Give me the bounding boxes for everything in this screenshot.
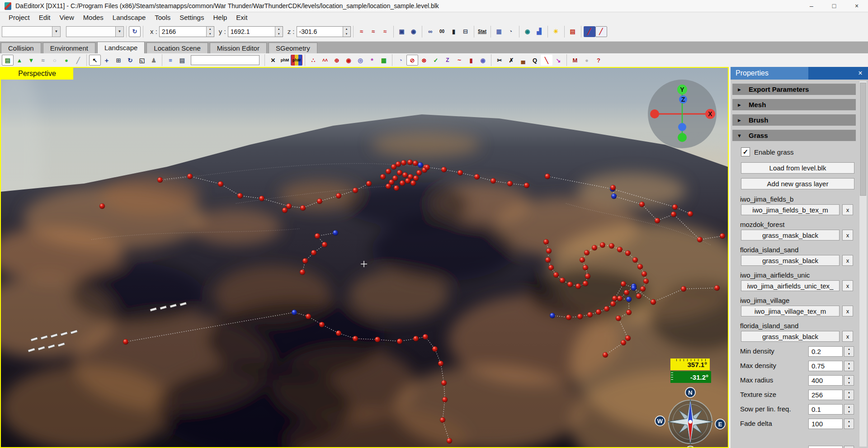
spline-point-red[interactable] [714,285,720,291]
spline-point-red[interactable] [386,184,391,189]
spline-point-red[interactable] [617,247,623,252]
spline-point-red[interactable] [616,316,621,321]
spline-point-red[interactable] [441,167,447,172]
hide-objects-icon[interactable]: ⊘ [406,55,418,66]
y-coord-field[interactable]: 1692.1 ▲▼ [228,26,283,37]
tab-mission-editor[interactable]: Mission Editor [210,42,267,53]
spline-point-red[interactable] [545,257,551,263]
water-drop-icon[interactable]: ○ [49,55,61,66]
grass-mask-button[interactable]: iwo_jima_airfields_unic_tex_ [741,280,840,291]
param-input-max-radius[interactable]: 400 [808,375,843,386]
spline-point-red[interactable] [402,172,408,178]
section-header-mesh[interactable]: ►Mesh [732,99,856,110]
spinner-up-icon[interactable]: ▲ [844,347,854,352]
spline-point-red[interactable] [311,250,316,255]
hydrant-icon[interactable]: ▮ [465,55,477,66]
spline-point-red[interactable] [553,272,559,278]
tab-collision[interactable]: Collision [1,42,41,53]
select-area-icon[interactable]: ▣ [396,26,408,37]
add-grass-layer-button[interactable]: Add new grass layer [741,178,854,189]
spline-point-red[interactable] [587,312,593,317]
spline-point-red[interactable] [442,397,448,402]
tab-landscape[interactable]: Landscape [97,42,145,53]
spline-point-red[interactable] [651,299,656,305]
close-button[interactable]: × [845,0,868,12]
spline-point-red[interactable] [566,315,571,320]
chevron-down-icon[interactable]: ▼ [115,27,123,37]
grass-mask-button[interactable]: grass_mask_black [741,230,840,241]
spline-point-red[interactable] [625,250,631,256]
tab-sgeometry[interactable]: SGeometry [269,42,317,53]
sphere-search-icon[interactable]: ◉ [343,55,354,66]
spline-point-red[interactable] [596,309,601,315]
spline-point-red[interactable] [625,335,631,341]
spline-point-red[interactable] [300,269,305,275]
validate-icon[interactable]: ✓ [430,55,442,66]
spline-point-red[interactable] [639,202,645,207]
spline-point-red[interactable] [474,174,480,179]
export-heightmap-icon[interactable]: ≈ [356,26,368,37]
screenshot-chart-icon[interactable]: ▟ [533,26,545,37]
remove-layer-button[interactable]: x [842,331,853,342]
spinner-down-icon[interactable]: ▼ [844,395,854,400]
properties-header[interactable]: Properties × [731,67,868,80]
spline-point-red[interactable] [543,239,549,245]
spline-point-red[interactable] [612,296,618,301]
spline-point-red[interactable] [413,160,418,166]
spline-point-red[interactable] [353,336,358,341]
spline-point-red[interactable] [440,417,445,423]
spline-point-red[interactable] [157,177,163,183]
menu-item-settings[interactable]: Settings [175,13,208,22]
export-colormap-icon[interactable]: ≈ [368,26,379,37]
spline-point-red[interactable] [626,310,632,315]
spline-point-red[interactable] [697,237,703,242]
remove-layer-button[interactable]: x [842,280,853,291]
spline-point-red[interactable] [688,211,693,217]
polyline-icon[interactable]: ΛΛ [319,55,331,66]
eye-direction-icon[interactable]: ◔ [505,26,517,37]
checkbox-checked-icon[interactable]: ✓ [741,147,750,156]
spline-point-red[interactable] [315,233,320,239]
axis-gizmo[interactable]: XYZ [648,80,717,148]
spline-point-red[interactable] [548,265,554,270]
menu-item-help[interactable]: Help [209,13,231,22]
spline-point-blue[interactable] [292,310,297,315]
spline-point-red[interactable] [394,185,399,191]
spinner-up-icon[interactable]: ▲ [844,376,854,381]
spline-point-red[interactable] [407,160,413,165]
spline-point-red[interactable] [366,181,372,186]
export-area-icon[interactable]: ▦ [378,55,390,66]
curve-point-icon[interactable]: ~ [453,55,465,66]
spline-point-red[interactable] [386,169,391,174]
spline-point-red[interactable] [397,170,402,175]
delete-marked-icon[interactable]: ⊗ [418,55,430,66]
spline-point-red[interactable] [259,196,264,201]
spline-point-red[interactable] [447,438,452,443]
spline-point-red[interactable] [397,339,402,344]
drop-objects-icon[interactable]: ♟ [148,55,160,66]
spline-point-red[interactable] [396,161,401,167]
param-spinner[interactable]: ▲▼ [844,390,854,400]
select-by-name-icon[interactable]: ≡ [165,55,176,66]
spline-point-red[interactable] [282,207,288,213]
spline-point-red[interactable] [319,322,325,327]
stat-icon[interactable]: Stat [476,26,488,37]
spline-point-red[interactable] [583,265,588,270]
spinner-down-icon[interactable]: ▼ [844,366,854,371]
spline-point-red[interactable] [643,278,649,284]
param-spinner[interactable]: ▲▼ [844,404,854,415]
spline-point-blue[interactable] [333,230,338,236]
spline-point-red[interactable] [187,174,193,179]
spline-point-red[interactable] [609,243,614,249]
x-spinner[interactable]: ▲▼ [206,27,214,37]
compass-toggle-icon[interactable]: ╱ [595,26,607,37]
spline-point-red[interactable] [585,274,590,279]
render-eye-icon[interactable]: ◉ [408,26,420,37]
z-coord-field[interactable]: -301.6 ▲▼ [297,26,351,37]
spline-point-red[interactable] [400,180,405,186]
spline-point-red[interactable] [617,296,623,301]
spline-point-red[interactable] [300,205,306,211]
spline-point-red[interactable] [583,281,588,286]
spline-point-red[interactable] [604,306,609,311]
param-spinner[interactable]: ▲▼ [844,361,854,371]
